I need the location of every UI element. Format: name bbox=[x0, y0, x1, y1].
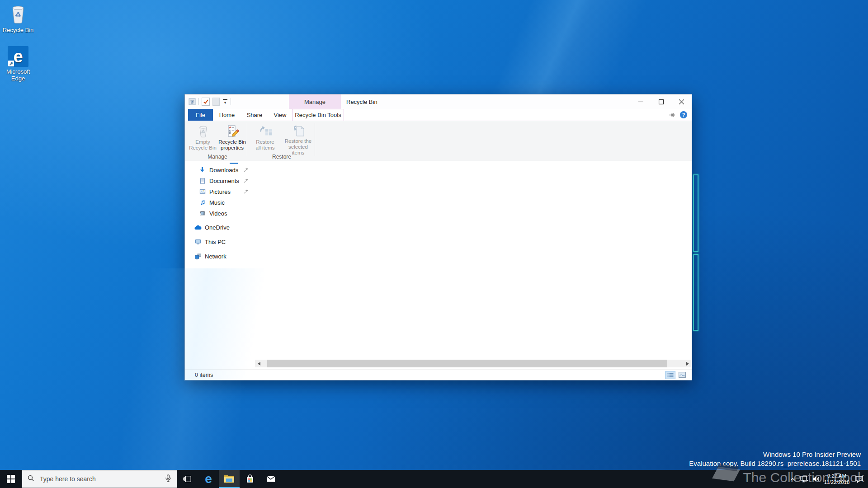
minimize-button[interactable] bbox=[631, 94, 651, 109]
tab-file[interactable]: File bbox=[188, 109, 213, 121]
start-button[interactable] bbox=[0, 470, 22, 488]
navigation-pane: Downloads Documents bbox=[185, 161, 255, 370]
mail-taskbar-button[interactable] bbox=[260, 470, 281, 488]
sidebar-item-pictures[interactable]: Pictures bbox=[185, 186, 255, 197]
sidebar-item-onedrive[interactable]: OneDrive bbox=[185, 222, 255, 233]
scroll-left-arrow[interactable] bbox=[255, 360, 263, 367]
restore-all-items-button[interactable]: Restoreall items bbox=[249, 122, 282, 153]
action-center-button[interactable] bbox=[852, 475, 866, 483]
search-input[interactable] bbox=[39, 475, 161, 483]
clock[interactable]: 9:27 AM 11/22/2018 bbox=[822, 473, 852, 485]
desktop-icon-recycle-bin[interactable]: Recycle Bin bbox=[1, 4, 35, 33]
file-list-empty-area[interactable] bbox=[255, 161, 692, 370]
ribbon: EmptyRecycle Bin bbox=[185, 121, 692, 162]
scrollbar-thumb[interactable] bbox=[267, 360, 667, 367]
clock-time: 9:27 AM bbox=[822, 473, 852, 479]
tab-home[interactable]: Home bbox=[213, 109, 241, 121]
empty-recycle-bin-icon bbox=[196, 124, 210, 139]
volume-tray-icon[interactable] bbox=[810, 476, 822, 482]
large-icons-view-button[interactable] bbox=[677, 371, 687, 379]
snap-outline bbox=[693, 254, 698, 331]
clock-date: 11/22/2018 bbox=[822, 479, 852, 485]
tab-recycle-bin-tools[interactable]: Recycle Bin Tools bbox=[292, 109, 344, 121]
documents-icon bbox=[198, 177, 206, 184]
sidebar-item-documents[interactable]: Documents bbox=[185, 175, 255, 186]
this-pc-icon bbox=[194, 238, 202, 245]
scroll-right-arrow[interactable] bbox=[684, 360, 691, 367]
restore-selected-items-button[interactable]: Restore theselected items bbox=[282, 122, 315, 153]
recycle-bin-properties-button[interactable]: Recycle Binproperties bbox=[217, 122, 247, 153]
hidden-icons-chevron[interactable] bbox=[787, 477, 798, 481]
close-button[interactable] bbox=[671, 94, 692, 109]
sidebar-item-downloads[interactable]: Downloads bbox=[185, 164, 255, 175]
pin-icon bbox=[244, 178, 249, 184]
restore-all-icon bbox=[258, 124, 273, 139]
ribbon-group-label-restore: Restore bbox=[249, 154, 315, 160]
shortcut-arrow-icon: ↗ bbox=[8, 61, 14, 66]
maximize-button[interactable] bbox=[651, 94, 671, 109]
store-icon bbox=[245, 474, 255, 484]
explorer-window: ▾ Manage Recycle Bin File Home Share bbox=[184, 94, 692, 380]
search-icon bbox=[28, 475, 34, 483]
sidebar-item-this-pc[interactable]: This PC bbox=[185, 236, 255, 247]
properties-icon bbox=[225, 124, 240, 139]
edge-taskbar-button[interactable]: e bbox=[198, 470, 219, 488]
downloads-icon bbox=[198, 166, 206, 174]
windows-logo-icon bbox=[7, 475, 15, 483]
pin-ribbon-icon[interactable] bbox=[669, 112, 675, 118]
quick-access-toolbar: ▾ bbox=[189, 94, 231, 109]
tab-share[interactable]: Share bbox=[241, 109, 268, 121]
qat-customize-chevron-icon[interactable]: ▾ bbox=[222, 99, 228, 104]
recycle-bin-icon bbox=[1, 4, 35, 25]
file-explorer-icon bbox=[224, 474, 235, 483]
edge-icon: e bbox=[205, 473, 212, 485]
status-bar: 0 items bbox=[185, 369, 692, 380]
task-view-button[interactable] bbox=[177, 470, 198, 488]
snap-outline bbox=[693, 174, 698, 252]
videos-icon bbox=[198, 210, 206, 217]
onedrive-icon bbox=[194, 224, 202, 231]
title-bar: ▾ Manage Recycle Bin bbox=[185, 94, 692, 109]
desktop: Recycle Bin e ↗ Microsoft Edge Windows 1… bbox=[0, 0, 868, 488]
network-icon bbox=[194, 253, 202, 260]
horizontal-scrollbar[interactable] bbox=[255, 360, 691, 367]
system-tray: 9:27 AM 11/22/2018 bbox=[787, 470, 868, 488]
store-taskbar-button[interactable] bbox=[240, 470, 260, 488]
details-view-button[interactable] bbox=[665, 371, 675, 379]
build-watermark: Windows 10 Pro Insider Preview Evaluatio… bbox=[689, 450, 861, 468]
task-view-icon bbox=[183, 474, 193, 483]
edge-icon: e ↗ bbox=[8, 46, 28, 67]
file-explorer-taskbar-button[interactable] bbox=[219, 470, 240, 488]
pin-icon bbox=[244, 167, 249, 174]
mail-icon bbox=[266, 475, 276, 483]
pin-icon bbox=[244, 188, 249, 195]
help-button[interactable]: ? bbox=[680, 111, 687, 118]
microphone-icon[interactable] bbox=[165, 474, 171, 484]
sidebar-item-network[interactable]: Network bbox=[185, 251, 255, 262]
window-recycle-bin-icon bbox=[189, 98, 196, 105]
taskbar: e bbox=[0, 470, 868, 488]
desktop-icon-label: Recycle Bin bbox=[1, 27, 35, 33]
clipped-tree-item bbox=[185, 161, 255, 164]
restore-selected-icon bbox=[291, 124, 306, 138]
network-tray-icon[interactable] bbox=[798, 476, 810, 483]
music-icon bbox=[198, 199, 206, 206]
ribbon-group-label-manage: Manage bbox=[188, 154, 247, 160]
context-tab-header[interactable]: Manage bbox=[289, 94, 341, 109]
item-count: 0 items bbox=[195, 372, 213, 378]
tab-view[interactable]: View bbox=[268, 109, 292, 121]
pictures-icon bbox=[198, 188, 206, 195]
taskbar-search[interactable] bbox=[22, 470, 177, 488]
desktop-icon-microsoft-edge[interactable]: e ↗ Microsoft Edge bbox=[1, 45, 35, 82]
qat-new-folder-button[interactable] bbox=[212, 98, 220, 106]
empty-recycle-bin-button[interactable]: EmptyRecycle Bin bbox=[188, 122, 217, 153]
qat-properties-button[interactable] bbox=[202, 98, 210, 106]
desktop-icon-label: Microsoft Edge bbox=[1, 68, 35, 82]
sidebar-item-videos[interactable]: Videos bbox=[185, 208, 255, 219]
ribbon-tab-row: File Home Share View Recycle Bin Tools ? bbox=[185, 109, 692, 121]
window-title: Recycle Bin bbox=[346, 94, 377, 109]
sidebar-item-music[interactable]: Music bbox=[185, 197, 255, 208]
